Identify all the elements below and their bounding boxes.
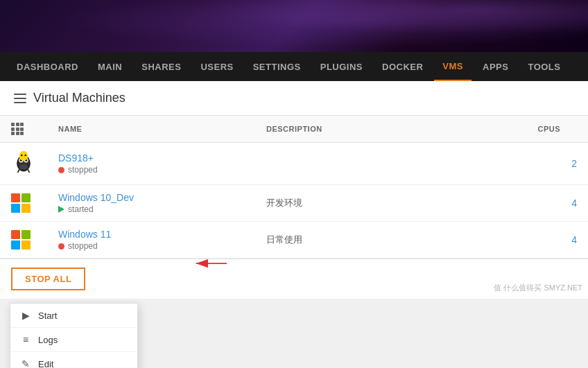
- vm-icon-cell: [0, 185, 47, 222]
- vm-status-label: stopped: [68, 165, 98, 175]
- svg-point-7: [19, 151, 28, 161]
- vm-name-link[interactable]: DS918+: [58, 152, 244, 164]
- vm-desc-cell: [255, 143, 526, 185]
- status-dot-stopped: [58, 167, 64, 173]
- nav-plugins[interactable]: PLUGINS: [312, 52, 371, 81]
- col-name-header: NAME: [47, 116, 255, 143]
- stop-all-button[interactable]: STOP ALL: [11, 268, 85, 290]
- vm-name-cell: Windows 10_Dev started: [47, 185, 255, 222]
- vm-name-cell: Windows 11 stopped: [47, 222, 255, 259]
- vm-name-link[interactable]: Windows 11: [58, 229, 244, 240]
- vm-icon-cell: [0, 143, 47, 185]
- windows-icon: [11, 193, 31, 213]
- vm-header-icon: [14, 94, 26, 103]
- context-menu-logs[interactable]: ≡ Logs: [10, 328, 137, 352]
- nav-main[interactable]: MAIN: [89, 52, 130, 81]
- context-menu-start[interactable]: ▶ Start: [10, 304, 137, 328]
- top-banner: [0, 0, 588, 52]
- nav-tools[interactable]: TOOLS: [519, 52, 569, 81]
- vm-icon-cell: [0, 222, 47, 259]
- watermark: 值 什么值得买 SMYZ.NET: [494, 283, 582, 293]
- context-logs-label: Logs: [38, 335, 58, 345]
- page-header: Virtual Machines: [0, 81, 588, 116]
- vm-status: started: [58, 204, 244, 214]
- vm-desc-cell: 日常使用: [255, 222, 526, 259]
- nav-settings[interactable]: SETTINGS: [245, 52, 309, 81]
- vm-status: stopped: [58, 165, 244, 175]
- vm-cpus-cell: 4: [526, 185, 588, 222]
- page-title: Virtual Machines: [33, 91, 126, 105]
- status-dot-stopped: [58, 243, 64, 249]
- col-icon-header: [0, 116, 47, 143]
- nav-shares[interactable]: SHARES: [133, 52, 189, 81]
- vm-table: NAME DESCRIPTION CPUS: [0, 116, 588, 259]
- vm-status-label: stopped: [68, 241, 98, 251]
- nav-dashboard[interactable]: DASHBOARD: [8, 52, 87, 81]
- nav-docker[interactable]: DOCKER: [374, 52, 431, 81]
- nav-users[interactable]: USERS: [192, 52, 241, 81]
- svg-point-9: [24, 155, 26, 157]
- nav-vms[interactable]: VMS: [434, 52, 472, 81]
- logs-icon: ≡: [20, 334, 31, 345]
- main-content: Virtual Machines NAME DESCRIPTION CPUS: [0, 81, 588, 299]
- play-icon: ▶: [20, 310, 31, 321]
- grid-icon: [11, 123, 24, 135]
- col-desc-header: DESCRIPTION: [255, 116, 526, 143]
- nav-apps[interactable]: APPS: [474, 52, 517, 81]
- table-row: Windows 10_Dev started 开发环境 4: [0, 185, 588, 222]
- svg-point-6: [19, 165, 28, 170]
- vm-cpus-cell: 4: [526, 222, 588, 259]
- vm-cpus-cell: 2: [526, 143, 588, 185]
- edit-icon: ✎: [20, 358, 31, 368]
- table-row: Windows 11 stopped 日常使用 4: [0, 222, 588, 259]
- vm-name-link[interactable]: Windows 10_Dev: [58, 192, 244, 203]
- linux-icon: [11, 150, 36, 175]
- navbar: DASHBOARD MAIN SHARES USERS SETTINGS PLU…: [0, 52, 588, 81]
- vm-name-cell: DS918+ stopped: [47, 143, 255, 185]
- table-row: DS918+ stopped 2: [0, 143, 588, 185]
- context-edit-label: Edit: [38, 359, 53, 369]
- vm-desc-cell: 开发环境: [255, 185, 526, 222]
- vm-status-label: started: [68, 204, 94, 214]
- status-dot-started: [58, 206, 64, 213]
- context-start-label: Start: [38, 310, 57, 321]
- col-cpus-header: CPUS: [526, 116, 588, 143]
- windows-icon: [11, 230, 31, 249]
- context-menu-edit[interactable]: ✎ Edit: [10, 352, 137, 368]
- svg-point-8: [21, 155, 23, 157]
- vm-status: stopped: [58, 241, 244, 251]
- context-menu: ▶ Start ≡ Logs ✎ Edit − Remove VM 🗑 Remo…: [10, 303, 138, 368]
